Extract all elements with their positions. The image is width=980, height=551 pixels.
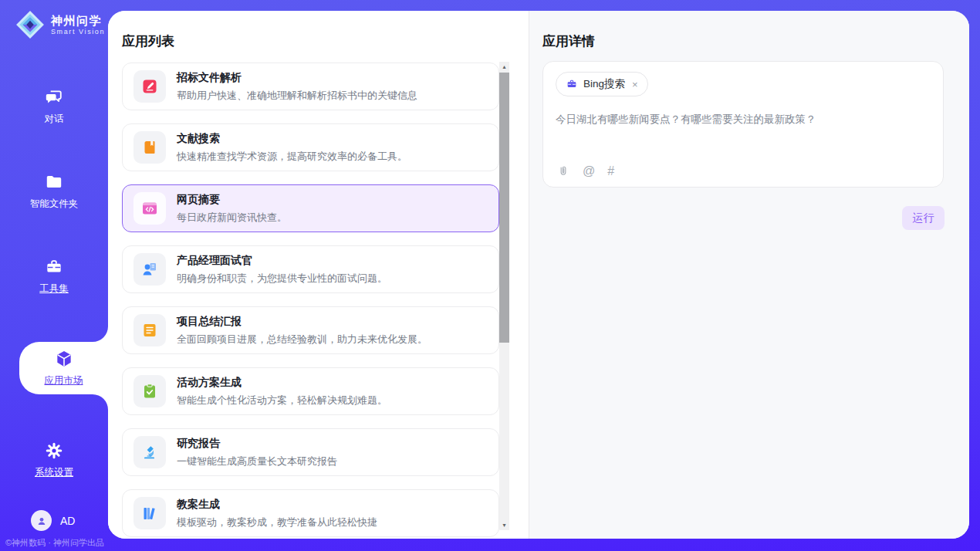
- app-card-bid-doc-parse[interactable]: 招标文件解析帮助用户快速、准确地理解和解析招标书中的关键信息: [122, 63, 499, 110]
- sidebar-item-toolset[interactable]: 工具集: [0, 257, 108, 296]
- mention-icon[interactable]: @: [583, 164, 595, 178]
- app-card-text: 文献搜索快速精准查找学术资源，提高研究效率的必备工具。: [177, 132, 407, 164]
- books-icon: [133, 497, 166, 529]
- app-card-title: 文献搜索: [177, 132, 407, 146]
- notch-top: [93, 326, 108, 342]
- notch-bottom: [93, 394, 108, 410]
- app-card-title: 活动方案生成: [177, 376, 387, 390]
- clipboard-check-icon: [133, 375, 166, 407]
- content-area: 应用列表 招标文件解析帮助用户快速、准确地理解和解析招标书中的关键信息文献搜索快…: [108, 11, 969, 539]
- app-card-desc: 帮助用户快速、准确地理解和解析招标书中的关键信息: [177, 89, 417, 103]
- logo-title: 神州问学: [51, 14, 105, 28]
- app-card-title: 网页摘要: [177, 193, 287, 207]
- app-card-title: 产品经理面试官: [177, 254, 387, 268]
- app-card-research-report[interactable]: 研究报告一键智能生成高质量长文本研究报告: [122, 428, 499, 476]
- briefcase-icon: [566, 78, 578, 90]
- scroll-up-icon[interactable]: ▴: [499, 63, 509, 70]
- sidebar-item-label: 智能文件夹: [30, 198, 79, 211]
- app-card-desc: 模板驱动，教案秒成，教学准备从此轻松快捷: [177, 516, 377, 529]
- tool-tag[interactable]: Bing搜索 ×: [556, 72, 648, 96]
- sidebar-item-chat[interactable]: 对话: [0, 87, 108, 126]
- sidebar-item-app-market[interactable]: 应用市场: [19, 342, 108, 394]
- app-card-desc: 全面回顾项目进展，总结经验教训，助力未来优化发展。: [177, 333, 427, 346]
- sidebar-nav: 对话智能文件夹工具集应用市场系统设置: [0, 87, 108, 479]
- app-card-text: 项目总结汇报全面回顾项目进展，总结经验教训，助力未来优化发展。: [177, 315, 427, 346]
- sidebar-item-label: 对话: [45, 113, 64, 126]
- copyright-text: ©神州数码 · 神州问学出品: [5, 537, 104, 549]
- doc-edit-icon: [133, 70, 166, 103]
- scrollbar[interactable]: ▴ ▾: [499, 62, 509, 530]
- paperclip-icon[interactable]: [556, 164, 570, 178]
- tag-close-icon[interactable]: ×: [632, 79, 638, 90]
- user-account[interactable]: AD: [31, 510, 75, 531]
- book-icon: [133, 131, 166, 164]
- app-card-project-summary[interactable]: 项目总结汇报全面回顾项目进展，总结经验教训，助力未来优化发展。: [122, 306, 499, 354]
- sidebar-item-label: 工具集: [39, 282, 69, 296]
- app-card-desc: 明确身份和职责，为您提供专业性的面试问题。: [177, 272, 387, 286]
- research-icon: [133, 436, 166, 468]
- app-card-desc: 快速精准查找学术资源，提高研究效率的必备工具。: [177, 150, 407, 164]
- app-detail-title: 应用详情: [542, 32, 969, 50]
- app-card-text: 教案生成模板驱动，教案秒成，教学准备从此轻松快捷: [177, 498, 377, 529]
- sidebar-item-smart-folders[interactable]: 智能文件夹: [0, 172, 108, 211]
- app-card-text: 活动方案生成智能生成个性化活动方案，轻松解决规划难题。: [177, 376, 387, 407]
- app-card-event-plan[interactable]: 活动方案生成智能生成个性化活动方案，轻松解决规划难题。: [122, 367, 499, 415]
- sidebar-item-label: 应用市场: [45, 374, 83, 387]
- app-card-text: 招标文件解析帮助用户快速、准确地理解和解析招标书中的关键信息: [177, 71, 417, 103]
- app-card-title: 研究报告: [177, 437, 337, 451]
- logo: 神州问学 Smart Vision: [0, 0, 108, 39]
- app-card-text: 研究报告一键智能生成高质量长文本研究报告: [177, 437, 337, 468]
- logo-subtitle: Smart Vision: [51, 28, 105, 35]
- app-list: 招标文件解析帮助用户快速、准确地理解和解析招标书中的关键信息文献搜索快速精准查找…: [122, 63, 499, 537]
- scroll-down-icon[interactable]: ▾: [499, 522, 509, 529]
- app-card-text: 产品经理面试官明确身份和职责，为您提供专业性的面试问题。: [177, 254, 387, 286]
- user-name: AD: [60, 515, 75, 527]
- app-card-text: 网页摘要每日政府新闻资讯快查。: [177, 193, 287, 225]
- prompt-card: Bing搜索 × 今日湖北有哪些新闻要点？有哪些需要关注的最新政策？ @ #: [542, 61, 944, 188]
- cube-icon: [54, 349, 74, 369]
- chat-icon: [44, 87, 64, 107]
- folder-icon: [44, 172, 64, 192]
- app-card-lesson-plan[interactable]: 教案生成模板驱动，教案秒成，教学准备从此轻松快捷: [122, 489, 499, 537]
- app-card-title: 招标文件解析: [177, 71, 417, 85]
- app-card-pm-interviewer[interactable]: 产品经理面试官明确身份和职责，为您提供专业性的面试问题。: [122, 245, 499, 293]
- app-list-panel: 应用列表 招标文件解析帮助用户快速、准确地理解和解析招标书中的关键信息文献搜索快…: [108, 11, 529, 539]
- query-input[interactable]: 今日湖北有哪些新闻要点？有哪些需要关注的最新政策？: [556, 113, 931, 127]
- sidebar-item-label: 系统设置: [35, 466, 73, 479]
- sidebar: 神州问学 Smart Vision 对话智能文件夹工具集应用市场系统设置 AD …: [0, 0, 108, 551]
- app-list-title: 应用列表: [122, 32, 529, 50]
- app-card-title: 项目总结汇报: [177, 315, 427, 329]
- logo-diamond-icon: [15, 10, 45, 39]
- app-card-literature-search[interactable]: 文献搜索快速精准查找学术资源，提高研究效率的必备工具。: [122, 123, 499, 171]
- app-card-desc: 智能生成个性化活动方案，轻松解决规划难题。: [177, 394, 387, 407]
- toolbox-icon: [44, 257, 64, 277]
- app-card-desc: 一键智能生成高质量长文本研究报告: [177, 455, 337, 468]
- app-detail-panel: 应用详情 Bing搜索 × 今日湖北有哪些新闻要点？有哪些需要关注的最新政策？: [529, 11, 969, 539]
- app-card-web-summary[interactable]: 网页摘要每日政府新闻资讯快查。: [122, 184, 499, 232]
- run-button[interactable]: 运行: [902, 206, 945, 230]
- interviewer-icon: [133, 253, 166, 286]
- app-card-title: 教案生成: [177, 498, 377, 512]
- sidebar-item-system-settings[interactable]: 系统设置: [0, 441, 108, 479]
- browser-code-icon: [133, 192, 166, 225]
- attachment-toolbar: @ #: [556, 164, 614, 178]
- report-note-icon: [133, 314, 166, 346]
- tool-tag-label: Bing搜索: [583, 77, 625, 91]
- logo-text: 神州问学 Smart Vision: [51, 14, 105, 35]
- hash-icon[interactable]: #: [607, 164, 614, 178]
- avatar: [31, 510, 52, 531]
- app-card-desc: 每日政府新闻资讯快查。: [177, 211, 287, 225]
- scrollbar-thumb[interactable]: [499, 73, 509, 343]
- gear-icon: [44, 441, 64, 461]
- run-row: 运行: [542, 206, 945, 230]
